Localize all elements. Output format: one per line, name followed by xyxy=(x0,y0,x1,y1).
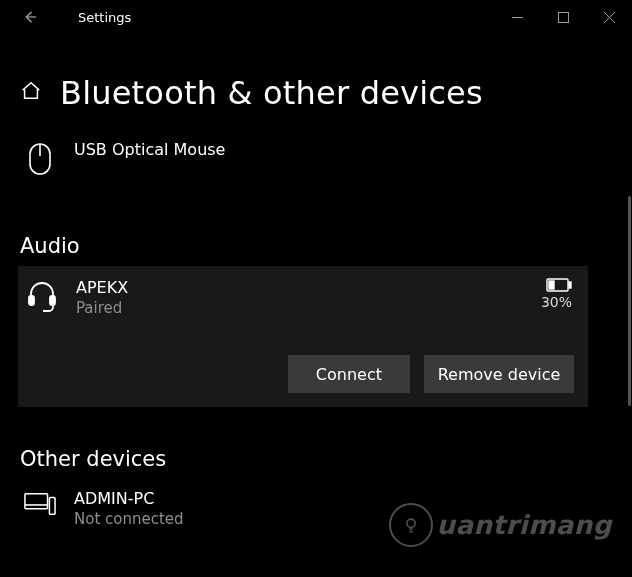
watermark: uantrimang xyxy=(389,503,613,547)
device-name: USB Optical Mouse xyxy=(74,140,225,159)
page-title: Bluetooth & other devices xyxy=(60,74,483,112)
svg-rect-7 xyxy=(29,296,34,305)
pc-icon xyxy=(24,489,56,517)
minimize-button[interactable] xyxy=(494,0,540,34)
svg-rect-10 xyxy=(569,282,571,288)
headset-icon xyxy=(26,278,58,312)
scrollbar-thumb[interactable] xyxy=(628,196,631,406)
audio-device-name: APEKX xyxy=(76,278,128,297)
home-icon[interactable] xyxy=(20,80,42,106)
window-title: Settings xyxy=(60,10,131,25)
device-mouse[interactable]: USB Optical Mouse xyxy=(18,130,620,186)
audio-device-card[interactable]: APEKX Paired 30% Connect Remove device xyxy=(18,266,588,407)
remove-device-button[interactable]: Remove device xyxy=(424,355,574,393)
other-device-status: Not connected xyxy=(74,510,184,528)
battery-indicator: 30% xyxy=(541,278,572,310)
audio-device-status: Paired xyxy=(76,299,128,317)
svg-rect-11 xyxy=(549,281,554,289)
svg-rect-2 xyxy=(558,12,568,22)
mouse-icon xyxy=(24,140,56,176)
svg-rect-8 xyxy=(50,296,55,305)
back-button[interactable] xyxy=(0,0,60,34)
close-icon xyxy=(604,12,615,23)
back-arrow-icon xyxy=(21,8,39,26)
svg-rect-12 xyxy=(25,494,48,509)
minimize-icon xyxy=(512,12,523,23)
watermark-text: uantrimang xyxy=(437,510,613,540)
svg-point-15 xyxy=(406,519,414,527)
connect-button[interactable]: Connect xyxy=(288,355,410,393)
close-button[interactable] xyxy=(586,0,632,34)
section-header-audio: Audio xyxy=(18,186,620,266)
maximize-icon xyxy=(558,12,569,23)
titlebar: Settings xyxy=(0,0,632,34)
watermark-bulb-icon xyxy=(389,503,433,547)
svg-rect-14 xyxy=(49,497,55,514)
window-controls xyxy=(494,0,632,34)
battery-percent: 30% xyxy=(541,294,572,310)
page-header: Bluetooth & other devices xyxy=(0,34,632,130)
section-header-other: Other devices xyxy=(18,407,620,479)
maximize-button[interactable] xyxy=(540,0,586,34)
battery-icon xyxy=(546,278,572,292)
other-device-name: ADMIN-PC xyxy=(74,489,184,508)
